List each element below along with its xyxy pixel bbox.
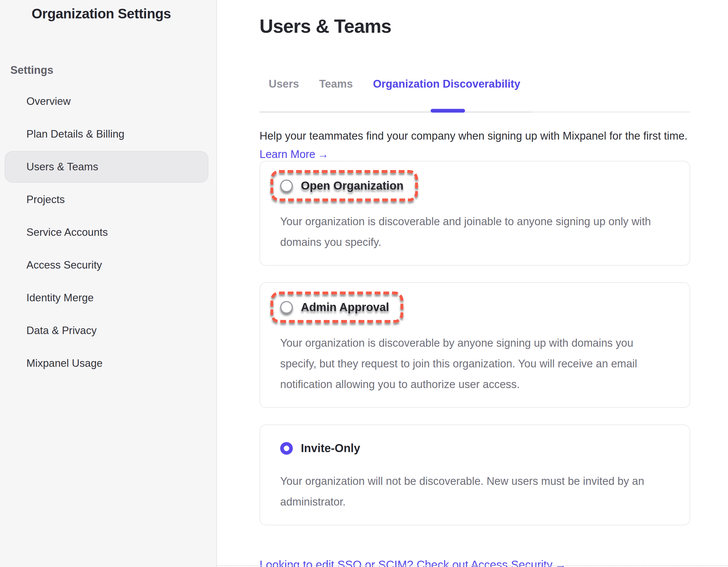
option-card-admin-approval: Admin Approval Your organization is disc… [260,282,690,408]
tab-bar: Users Teams Organization Discoverability [260,78,728,90]
option-card-open-organization: Open Organization Your organization is d… [260,161,690,266]
radio-admin-approval[interactable] [280,301,293,314]
sidebar-item-projects[interactable]: Projects [0,183,216,216]
radio-invite-only[interactable] [280,442,293,455]
tab-divider [260,111,690,113]
sidebar-item-label: Mixpanel Usage [26,357,102,369]
active-tab-indicator [431,109,465,113]
sidebar-item-label: Overview [26,95,71,107]
learn-more-label: Learn More [260,148,315,160]
sidebar-item-access-security[interactable]: Access Security [0,249,216,281]
sidebar-item-users-teams[interactable]: Users & Teams [5,151,208,183]
radio-open-organization[interactable] [280,179,293,192]
option-label-open-organization: Open Organization [301,179,404,192]
sidebar-item-mixpanel-usage[interactable]: Mixpanel Usage [0,347,216,380]
sidebar-item-label: Identity Merge [26,292,94,304]
discoverability-intro-text: Help your teammates find your company wh… [260,129,728,142]
tab-teams[interactable]: Teams [319,78,353,90]
sidebar-item-label: Access Security [26,259,102,271]
sidebar-title: Organization Settings [0,6,216,22]
tab-organization-discoverability[interactable]: Organization Discoverability [373,78,520,90]
sidebar-item-label: Service Accounts [26,226,108,238]
annotation-highlight-admin-approval: Admin Approval [270,292,403,323]
sidebar-item-label: Data & Privacy [26,325,97,337]
annotation-highlight-open-organization: Open Organization [270,170,418,201]
option-row-invite-only: Invite-Only [280,442,360,455]
sidebar-item-identity-merge[interactable]: Identity Merge [0,281,216,314]
sidebar-nav: Overview Plan Details & Billing Users & … [0,85,216,380]
sidebar-item-data-privacy[interactable]: Data & Privacy [0,314,216,347]
arrow-right-icon: → [317,148,328,160]
sidebar-item-label: Users & Teams [26,161,98,173]
option-label-admin-approval: Admin Approval [301,301,389,314]
sidebar-item-label: Plan Details & Billing [26,128,124,140]
tab-users[interactable]: Users [269,78,299,90]
option-description: Your organization is discoverable by any… [280,333,669,395]
description-line: Your organization will not be discoverab… [280,471,669,492]
sidebar-item-plan-details-billing[interactable]: Plan Details & Billing [0,118,216,150]
tab-divider-dark-segment [260,111,532,113]
sidebar: Organization Settings Settings Overview … [0,0,217,567]
sidebar-section-label: Settings [10,64,216,76]
main-content: Users & Teams Users Teams Organization D… [217,0,728,567]
learn-more-link[interactable]: Learn More→ [260,148,328,161]
description-line: administrator. [280,492,669,512]
option-description: Your organization will not be discoverab… [280,471,669,512]
bottom-dotted-divider [217,565,728,566]
sidebar-item-overview[interactable]: Overview [0,85,216,118]
description-line: domains you specify. [280,232,669,252]
organization-settings-page: Organization Settings Settings Overview … [0,0,728,567]
option-card-invite-only: Invite-Only Your organization will not b… [260,425,690,525]
option-label-invite-only: Invite-Only [301,442,360,455]
description-line: Your organization is discoverable by any… [280,333,669,353]
option-description: Your organization is discoverable and jo… [280,211,669,252]
description-line: Your organization is discoverable and jo… [280,211,669,232]
page-title: Users & Teams [260,15,728,37]
description-line: specify, but they request to join this o… [280,353,669,374]
sidebar-item-service-accounts[interactable]: Service Accounts [0,216,216,249]
sidebar-item-label: Projects [26,193,65,206]
description-line: notification allowing you to authorize u… [280,374,669,395]
